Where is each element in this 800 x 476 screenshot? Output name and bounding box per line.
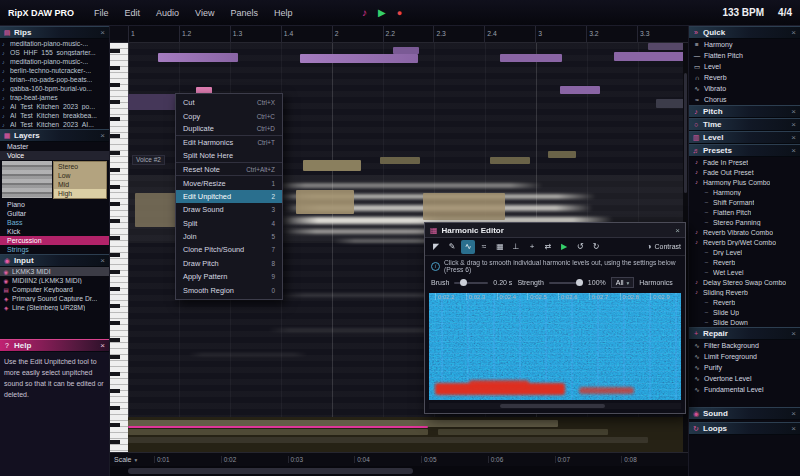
play-icon[interactable]: ▶ bbox=[557, 240, 571, 254]
voice-channel-item[interactable]: Stereo bbox=[54, 162, 106, 171]
note-block[interactable] bbox=[158, 53, 238, 62]
layer-item-percussion[interactable]: Percussion bbox=[0, 236, 109, 245]
brush-value[interactable]: 0.20 s bbox=[493, 279, 512, 286]
help-panel-header[interactable]: ? Help × bbox=[0, 339, 109, 352]
repair-item[interactable]: ∿ Limit Foreground bbox=[689, 351, 800, 362]
input-device-item[interactable]: ◉ MIDIIN2 (LKMK3 MIDI) bbox=[0, 276, 109, 285]
menu-item[interactable]: Panels bbox=[222, 5, 266, 21]
loops-panel-header[interactable]: ↻ Loops × bbox=[689, 422, 800, 435]
rip-item[interactable]: ♪ brian--no-pads-pop-beats... bbox=[0, 75, 109, 84]
presets-panel-header[interactable]: ♬ Presets × bbox=[689, 144, 800, 157]
quick-effect-item[interactable]: ∩ Reverb bbox=[689, 72, 800, 83]
preset-item[interactable]: ♪ Reverb Vibrato Combo bbox=[689, 227, 800, 237]
rip-item[interactable]: ♪ berlin-techno-nutcracker-... bbox=[0, 66, 109, 75]
context-menu-item[interactable]: Apply Pattern 9 bbox=[176, 270, 282, 283]
context-menu-item[interactable]: Draw Pitch 8 bbox=[176, 257, 282, 270]
note-block[interactable] bbox=[380, 157, 420, 164]
close-icon[interactable]: × bbox=[791, 28, 797, 37]
note-block[interactable] bbox=[648, 43, 686, 50]
note-block[interactable] bbox=[300, 54, 418, 63]
harmonic-editor-titlebar[interactable]: ▦ Harmonic Editor × bbox=[425, 223, 685, 238]
close-icon[interactable]: × bbox=[791, 133, 797, 142]
voice-track-label[interactable]: Voice #2 bbox=[132, 155, 165, 165]
unpitched-block[interactable] bbox=[135, 193, 177, 227]
preset-item[interactable]: – Reverb bbox=[689, 297, 800, 307]
note-block[interactable] bbox=[128, 94, 178, 110]
time-panel-header[interactable]: ○ Time × bbox=[689, 118, 800, 131]
metronome-icon[interactable]: ♪ bbox=[362, 8, 367, 18]
layer-item-voice[interactable]: Voice bbox=[0, 151, 109, 160]
layer-item-guitar[interactable]: Guitar bbox=[0, 209, 109, 218]
note-block[interactable] bbox=[560, 86, 600, 94]
menu-item[interactable]: Help bbox=[266, 5, 301, 21]
preset-item[interactable]: ♪ Harmony Plus Combo bbox=[689, 177, 800, 187]
spectrogram-scrollbar[interactable] bbox=[429, 403, 681, 409]
repair-item[interactable]: ∿ Purify bbox=[689, 362, 800, 373]
repair-item[interactable]: ∿ Filter Background bbox=[689, 340, 800, 351]
quick-effect-item[interactable]: ≈ Chorus bbox=[689, 94, 800, 105]
repair-item[interactable]: ∿ Fundamental Level bbox=[689, 384, 800, 395]
context-menu-item[interactable]: Move/Resize 1 bbox=[176, 176, 282, 189]
horizontal-scrollbar[interactable] bbox=[110, 466, 688, 476]
repair-panel-header[interactable]: + Repair × bbox=[689, 327, 800, 340]
close-icon[interactable]: × bbox=[791, 120, 797, 129]
menu-item[interactable]: Audio bbox=[148, 5, 187, 21]
context-menu-item[interactable]: Duplicate Ctrl+D bbox=[176, 123, 282, 136]
note-block[interactable] bbox=[614, 52, 686, 61]
note-block[interactable] bbox=[393, 47, 419, 54]
layer-item-bass[interactable]: Bass bbox=[0, 218, 109, 227]
level-panel-header[interactable]: ▥ Level × bbox=[689, 131, 800, 144]
menu-item[interactable]: File bbox=[86, 5, 117, 21]
rip-item[interactable]: ♪ trap-beat-james bbox=[0, 93, 109, 102]
close-icon[interactable]: × bbox=[100, 256, 106, 265]
voice-channel-item[interactable]: Low bbox=[54, 171, 106, 180]
rips-panel-header[interactable]: ▤ Rips × bbox=[0, 26, 109, 39]
close-icon[interactable]: × bbox=[791, 329, 797, 338]
pitch-panel-header[interactable]: ♪ Pitch × bbox=[689, 105, 800, 118]
preset-item[interactable]: ♪ Fade In Preset bbox=[689, 157, 800, 167]
brush-slider[interactable] bbox=[454, 282, 488, 284]
input-panel-header[interactable]: ◉ Input × bbox=[0, 254, 109, 267]
context-menu-item[interactable]: Split 4 bbox=[176, 217, 282, 230]
preset-item[interactable]: – Stereo Panning bbox=[689, 217, 800, 227]
undo-icon[interactable]: ↺ bbox=[573, 240, 587, 254]
quick-effect-item[interactable]: ▭ Level bbox=[689, 61, 800, 72]
close-icon[interactable]: × bbox=[675, 226, 680, 235]
note-block[interactable] bbox=[303, 160, 361, 171]
context-menu-item[interactable]: Edit Unpitched 2 bbox=[176, 190, 282, 203]
time-signature[interactable]: 4/4 bbox=[778, 7, 792, 18]
rip-item[interactable]: ♪ OS_HHF_155_songstarter... bbox=[0, 48, 109, 57]
preset-item[interactable]: – Dry Level bbox=[689, 247, 800, 257]
anchor-icon[interactable]: ⊥ bbox=[509, 240, 523, 254]
close-icon[interactable]: × bbox=[791, 107, 797, 116]
context-menu-item[interactable]: Join 5 bbox=[176, 230, 282, 243]
rip-item[interactable]: ♪ AI_Test_Kitchen_2023_po... bbox=[0, 102, 109, 111]
redo-icon[interactable]: ↻ bbox=[589, 240, 603, 254]
rip-item[interactable]: ♪ AI_Test_Kitchen_2023_AI... bbox=[0, 120, 109, 129]
preset-item[interactable]: – Harmony bbox=[689, 187, 800, 197]
menu-item[interactable]: View bbox=[187, 5, 222, 21]
voice-channel-item[interactable]: Mid bbox=[54, 180, 106, 189]
percussion-block[interactable] bbox=[438, 429, 608, 435]
bpm-value[interactable]: 133 BPM bbox=[722, 7, 764, 18]
input-device-item[interactable]: ◈ Line (Steinberg UR28M) bbox=[0, 303, 109, 312]
quick-panel-header[interactable]: » Quick × bbox=[689, 26, 800, 39]
note-block[interactable] bbox=[656, 99, 686, 108]
rip-item[interactable]: ♪ meditation-piano-music-... bbox=[0, 57, 109, 66]
note-block[interactable] bbox=[500, 54, 562, 62]
context-menu-item[interactable]: Split Note Here bbox=[176, 150, 282, 163]
harmonic-spectrogram[interactable]: 0:02.20:02.30:02.40:02.50:02.60:02.70:02… bbox=[429, 293, 681, 400]
input-device-item[interactable]: ◉ LKMK3 MIDI bbox=[0, 267, 109, 276]
record-button[interactable]: ● bbox=[397, 9, 402, 18]
unpitched-block[interactable] bbox=[423, 193, 505, 220]
wave-icon[interactable]: ≈ bbox=[477, 240, 491, 254]
close-icon[interactable]: × bbox=[100, 131, 106, 140]
close-icon[interactable]: × bbox=[100, 28, 106, 37]
layer-item-strings[interactable]: Strings bbox=[0, 245, 109, 254]
preset-item[interactable]: – Wet Level bbox=[689, 267, 800, 277]
unpitched-block[interactable] bbox=[296, 190, 354, 214]
preset-item[interactable]: ♪ Delay Stereo Swap Combo bbox=[689, 277, 800, 287]
context-menu-item[interactable]: Clone Pitch/Sound 7 bbox=[176, 243, 282, 256]
preset-item[interactable]: ♪ Sliding Reverb bbox=[689, 287, 800, 297]
play-button[interactable]: ▶ bbox=[378, 8, 386, 18]
